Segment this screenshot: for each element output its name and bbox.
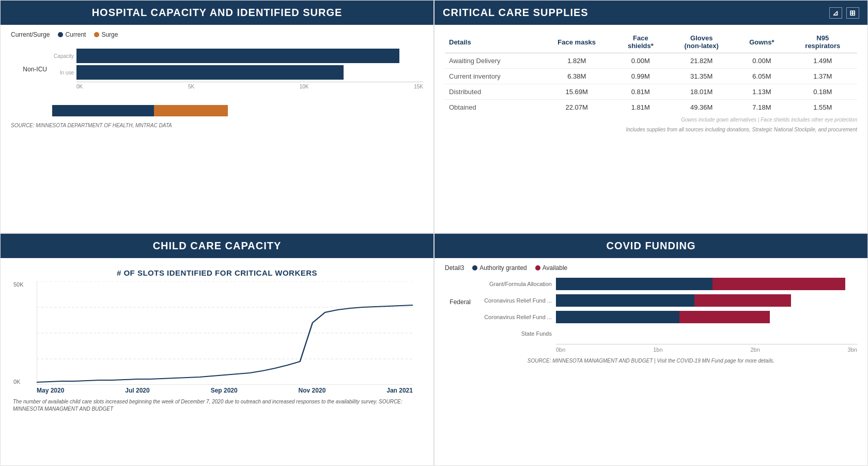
cell-detail: Distributed	[445, 84, 540, 100]
inuse-bar-label: In use	[52, 70, 74, 76]
legend-current: Current	[58, 31, 86, 38]
authority-dot	[472, 265, 477, 270]
child-care-content: # OF SLOTS IDENTIFIED FOR CRITICAL WORKE…	[1, 258, 433, 466]
cell-gowns: 7.18M	[735, 100, 788, 115]
inuse-bar-row: In use	[52, 65, 423, 80]
stacked-orange	[154, 105, 228, 116]
supplies-note2: Includes supplies from all sources inclu…	[445, 127, 857, 132]
cell-face-shields: 1.81M	[614, 100, 668, 115]
x-jul: Jul 2020	[125, 387, 149, 394]
bar3-label: Coronavirus Relief Fund ...	[476, 314, 556, 320]
hospital-legend: Current/Surge Current Surge	[11, 31, 423, 38]
stacked-bar-section	[11, 105, 423, 116]
y-label-50k: 50K	[13, 281, 24, 288]
covid-funding-header: COVID FUNDING	[435, 234, 867, 258]
cell-gloves: 31.35M	[668, 69, 735, 84]
col-n95: N95respirators	[788, 31, 857, 53]
bar2-label: Coronavirus Relief Fund ...	[476, 297, 556, 304]
x-jan: Jan 2021	[386, 387, 413, 394]
bar3-authority	[556, 311, 679, 323]
cell-face-masks: 1.82M	[540, 53, 614, 69]
cell-n95: 1.49M	[788, 53, 857, 69]
chart-line	[37, 305, 413, 382]
cell-gloves: 49.36M	[668, 100, 735, 115]
funding-bars-area: Grant/Formula Allocation Coronavirus Rel…	[476, 278, 857, 353]
cell-detail: Awaiting Delivery	[445, 53, 540, 69]
child-care-title: CHILD CARE CAPACITY	[153, 240, 282, 252]
cell-n95: 0.18M	[788, 84, 857, 100]
cell-n95: 1.55M	[788, 100, 857, 115]
bar2-authority	[556, 294, 694, 307]
cell-face-shields: 0.81M	[614, 84, 668, 100]
child-care-note: The number of available child care slots…	[11, 398, 423, 413]
table-header-row: Details Face masks Faceshields* Gloves(n…	[445, 31, 857, 53]
bar1-available	[712, 278, 845, 290]
cell-face-shields: 0.00M	[614, 53, 668, 69]
dashboard: HOSPITAL CAPACITY AND IDENTIFIED SURGE C…	[0, 0, 868, 466]
non-icu-label: Non-ICU	[11, 66, 52, 73]
surge-dot	[94, 32, 99, 37]
col-face-masks: Face masks	[540, 31, 614, 53]
hospital-source: SOURCE: MINNESOTA DEPARTMENT OF HEALTH, …	[11, 123, 423, 128]
critical-care-header: CRITICAL CARE SUPPLIES ⊿ ⊞	[435, 1, 867, 25]
table-row: Obtained 22.07M 1.81M 49.36M 7.18M 1.55M	[445, 100, 857, 115]
funding-source: SOURCE: MINNESOTA MANAGMENT AND BUDGET |…	[445, 358, 857, 364]
bar2-track	[556, 294, 857, 307]
legend-authority-label: Authority granted	[479, 264, 526, 272]
funding-legend: Detail3 Authority granted Available	[445, 264, 857, 272]
covid-funding-content: Detail3 Authority granted Available Fede…	[435, 258, 867, 466]
table-row: Current inventory 6.38M 0.99M 31.35M 6.0…	[445, 69, 857, 84]
critical-care-title: CRITICAL CARE SUPPLIES	[443, 7, 588, 19]
x-sep: Sep 2020	[211, 387, 238, 394]
bar3-available	[679, 311, 770, 323]
stacked-bar	[52, 105, 228, 116]
current-dot	[58, 32, 63, 37]
critical-care-panel: CRITICAL CARE SUPPLIES ⊿ ⊞ Details Face …	[434, 0, 868, 233]
bar1-authority	[556, 278, 712, 290]
hospital-x-axis: 0K 5K 10K 15K	[76, 82, 423, 89]
col-gloves: Gloves(non-latex)	[668, 31, 735, 53]
hospital-capacity-title: HOSPITAL CAPACITY AND IDENTIFIED SURGE	[92, 7, 343, 19]
inuse-bar	[76, 65, 344, 80]
funding-x-axis: 0bn 1bn 2bn 3bn	[556, 344, 857, 353]
hospital-capacity-panel: HOSPITAL CAPACITY AND IDENTIFIED SURGE C…	[0, 0, 434, 233]
cell-face-masks: 22.07M	[540, 100, 614, 115]
cell-face-masks: 15.69M	[540, 84, 614, 100]
hospital-capacity-content: Current/Surge Current Surge Non-ICU C	[1, 25, 433, 233]
child-care-subtitle: # OF SLOTS IDENTIFIED FOR CRITICAL WORKE…	[11, 268, 423, 277]
x-0bn: 0bn	[556, 347, 565, 353]
export-icon[interactable]: ⊞	[846, 7, 859, 19]
filter-icon[interactable]: ⊿	[829, 7, 842, 19]
funding-bar-2: Coronavirus Relief Fund ...	[476, 294, 857, 307]
supplies-note1: Gowns include gown alternatives | Face s…	[445, 117, 857, 123]
funding-chart: Federal Grant/Formula Allocation Coronav…	[445, 278, 857, 353]
cell-gowns: 6.05M	[735, 69, 788, 84]
bar4-track	[556, 327, 857, 340]
legend-current-label: Current	[65, 31, 86, 38]
cell-detail: Obtained	[445, 100, 540, 115]
cell-gloves: 18.01M	[668, 84, 735, 100]
col-gowns: Gowns*	[735, 31, 788, 53]
non-icu-chart: Non-ICU Capacity In use	[11, 49, 423, 89]
bar1-track	[556, 278, 857, 290]
federal-label: Federal	[445, 278, 476, 306]
x-nov: Nov 2020	[299, 387, 326, 394]
cell-n95: 1.37M	[788, 69, 857, 84]
x-3bn: 3bn	[848, 347, 857, 353]
covid-funding-panel: COVID FUNDING Detail3 Authority granted …	[434, 233, 868, 467]
hospital-capacity-header: HOSPITAL CAPACITY AND IDENTIFIED SURGE	[1, 1, 433, 25]
y-axis-labels: 50K 0K	[13, 281, 24, 385]
child-care-panel: CHILD CARE CAPACITY # OF SLOTS IDENTIFIE…	[0, 233, 434, 467]
legend-label: Current/Surge	[11, 31, 50, 38]
col-details: Details	[445, 31, 540, 53]
cell-face-shields: 0.99M	[614, 69, 668, 84]
cell-gloves: 21.82M	[668, 53, 735, 69]
legend-surge: Surge	[94, 31, 118, 38]
header-icons: ⊿ ⊞	[829, 7, 859, 19]
funding-legend-label: Detail3	[445, 264, 464, 272]
legend-authority: Authority granted	[472, 264, 526, 272]
bars-area: Capacity In use 0K 5K 10K	[52, 49, 423, 89]
legend-available-label: Available	[542, 264, 567, 272]
bar1-label: Grant/Formula Allocation	[476, 281, 556, 287]
capacity-bar	[76, 49, 399, 63]
